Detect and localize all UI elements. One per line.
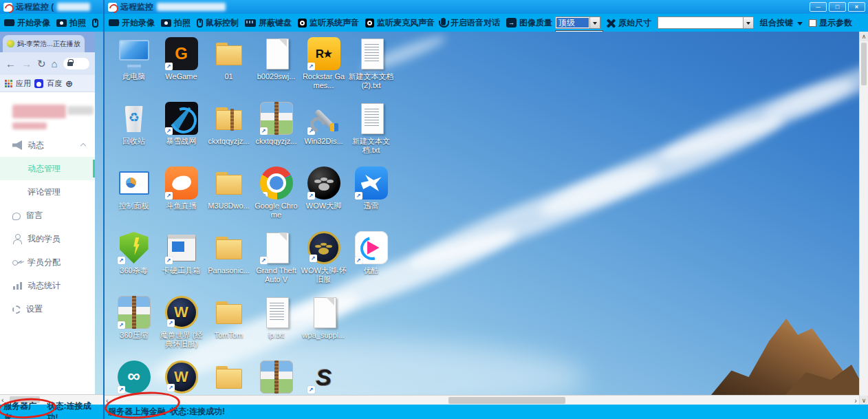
desktop-icon-ip-txt[interactable]: ip.txt — [252, 293, 300, 358]
listen-mic-audio-button[interactable]: 监听麦克风声音 — [365, 17, 435, 29]
bookmark-apps[interactable]: 应用 — [16, 78, 31, 89]
vertical-scrollbar[interactable]: ∧ ∨ — [859, 32, 868, 405]
speaker-square-icon — [298, 19, 307, 28]
reload-button[interactable]: ↻ — [37, 58, 46, 70]
desktop-icon-wegame[interactable]: WeGame — [158, 34, 205, 99]
start-recording-button[interactable]: 开始录像 — [109, 17, 155, 29]
right-titlebar[interactable]: 远程监控 ─ □ × — [105, 0, 868, 14]
home-button[interactable]: ⌂ — [52, 58, 58, 69]
camcorder-icon — [109, 19, 119, 26]
menu-item-dongtai[interactable]: 动态 — [0, 133, 95, 157]
start-recording-button[interactable]: 开始录像 — [4, 17, 50, 29]
remote-viewer-window-shanghai: 远程监控 ─ □ × 开始录像 拍照 鼠标控制 屏蔽键盘 监听系统声音 监听麦克… — [105, 0, 868, 419]
microphone-icon — [441, 18, 446, 25]
rar-archive-icon — [118, 296, 151, 329]
zipper — [230, 109, 234, 131]
keyboard-icon — [245, 19, 256, 27]
bookmark-baidu[interactable]: 百度 — [47, 78, 62, 89]
image-quality-group: 图像质量 顶级 顶级 超清 高清 标清 — [506, 17, 600, 29]
shortcut-arrow-icon — [260, 127, 268, 135]
combo-keys-button[interactable]: 组合按键 — [760, 17, 803, 29]
scroll-up-arrow[interactable]: ∧ — [860, 32, 868, 41]
remote-viewer-window-guangdong: 远程监控 ( 开始录像 拍照 妈-李荣浩...正在播放 ← → ↻ ⌂ — [0, 0, 105, 419]
snapshot-button[interactable]: 拍照 — [56, 17, 86, 29]
listen-system-audio-button[interactable]: 监听系统声音 — [298, 17, 359, 29]
desktop-icon-ckxtqqyzjz-rar[interactable]: ckxtqqyzjz... — [252, 99, 300, 164]
browser-tab-strip: 妈-李荣浩...正在播放 — [0, 32, 95, 52]
connection-state: 状态:连接成功! — [170, 406, 225, 418]
original-size-button[interactable]: 原始尺寸 — [607, 17, 651, 29]
desktop-icon-360zip[interactable]: 360压缩 — [110, 293, 158, 358]
desktop-icon-new-text[interactable]: 新建文本文档.txt — [347, 99, 395, 164]
maximize-button[interactable]: □ — [829, 2, 846, 12]
block-keyboard-button[interactable]: 屏蔽键盘 — [245, 17, 292, 29]
desktop-icon-control-panel[interactable]: 控制面板 — [110, 164, 158, 228]
desktop-icon-rockstar[interactable]: Rockstar Games... — [300, 34, 347, 99]
address-bar[interactable] — [63, 58, 89, 69]
desktop-icon-recycle-bin[interactable]: 回收站 — [110, 99, 158, 164]
desktop-icon-xunlei[interactable]: 迅雷 — [347, 164, 395, 228]
rockstar-icon — [307, 37, 340, 70]
horizontal-scroll-thumb[interactable] — [448, 397, 565, 404]
desktop-icon-douyu[interactable]: 斗鱼直播 — [158, 164, 205, 228]
desktop-icon-win32-dis[interactable]: win32 dis... — [205, 358, 252, 395]
desktop-icon-b0029swj[interactable]: b0029swj... — [252, 34, 300, 99]
remote-desktop-view[interactable]: 此电脑 WeGame 01 b0029swj... Rockstar Games… — [105, 32, 868, 395]
resolution-select[interactable] — [658, 17, 754, 29]
minimize-button[interactable]: ─ — [810, 2, 827, 12]
app-logo-icon — [108, 3, 117, 12]
wow-icon — [165, 296, 198, 329]
desktop-icon-chrome[interactable]: Google Chrome — [252, 164, 300, 228]
desktop-icon-youku[interactable]: 优酷 — [347, 228, 395, 293]
desktop-icon-battlenet[interactable]: 暴雪战网 — [158, 99, 205, 164]
shortcut-arrow-icon — [118, 321, 125, 329]
voice-chat-button[interactable]: 开启语音对话 — [441, 17, 500, 29]
desktop-icon-new-text-2[interactable]: 新建文本文档 (2).txt — [347, 34, 395, 99]
desktop-icon-wow-classic[interactable]: 魔兽世界 (经典怀旧服) — [158, 293, 205, 358]
menu-item-xueyuan-fenpei[interactable]: 学员分配 — [0, 250, 95, 274]
desktop-icon-ipscan221[interactable]: ipscan221... — [252, 358, 300, 395]
back-button[interactable]: ← — [6, 58, 16, 69]
scroll-right-arrow[interactable]: › — [854, 396, 857, 405]
horizontal-scrollbar[interactable]: ‹ › — [105, 395, 859, 405]
desktop-icon-360-antivirus[interactable]: 360杀毒 — [110, 228, 158, 293]
menu-item-shezhi[interactable]: 设置 — [0, 297, 95, 321]
wow-icon — [165, 361, 198, 394]
menu-item-liuyan[interactable]: 留言 — [0, 204, 95, 227]
left-titlebar[interactable]: 远程监控 ( — [0, 0, 103, 14]
forward-button[interactable]: → — [21, 58, 32, 69]
desktop-icon-wow-dajiao[interactable]: WOW大脚 — [300, 164, 347, 228]
desktop-icon-toolbox[interactable]: 卡硬工具箱 — [158, 228, 205, 293]
dropdown-arrow-button[interactable] — [589, 17, 600, 28]
desktop-icon-win32dis[interactable]: Win32Dis... — [300, 99, 347, 164]
snapshot-button[interactable]: 拍照 — [161, 17, 191, 29]
desktop-icon-folder-01[interactable]: 01 — [205, 34, 252, 99]
desktop-icon-this-pc[interactable]: 此电脑 — [110, 34, 158, 99]
desktop-icon-panasonic[interactable]: Panasonic... — [205, 228, 252, 293]
scroll-down-arrow[interactable]: ∨ — [860, 396, 868, 405]
menu-item-pinglun-guanli[interactable]: 评论管理 — [0, 180, 95, 204]
desktop-icon-tomtom[interactable]: TomTom — [205, 293, 252, 358]
close-button[interactable]: × — [848, 2, 865, 12]
shortcut-arrow-icon — [307, 127, 315, 135]
menu-item-wodexueyuan[interactable]: 我的学员 — [0, 227, 95, 250]
desktop-icon-dragon[interactable]: 聚合八尕 — [300, 358, 347, 395]
desktop-icon-m3u8d[interactable]: M3U8Dwo... — [205, 164, 252, 228]
desktop-icon-wow[interactable]: 魔兽世界 — [158, 358, 205, 395]
browser-tab[interactable]: 妈-李荣浩...正在播放 — [3, 35, 85, 52]
desktop-icon-ckxtqqyzjz-folder[interactable]: ckxtqqyzjz... — [205, 99, 252, 164]
menu-item-dongtai-guanli[interactable]: 动态管理 — [0, 157, 95, 180]
vertical-scroll-thumb[interactable] — [861, 43, 867, 85]
desktop-icon-arduino[interactable]: Arduino — [110, 358, 158, 395]
gta-document-icon — [260, 231, 293, 264]
desktop-icon-wow-dajiao-classic[interactable]: WOW大脚-怀旧服 — [300, 228, 347, 293]
desktop-icon-gtav[interactable]: Grand Theft Auto V — [252, 228, 300, 293]
mouse-control-button[interactable]: 鼠标控制 — [197, 17, 239, 29]
dropdown-arrow-button[interactable] — [743, 17, 753, 28]
show-params-checkbox[interactable] — [809, 19, 816, 27]
globe-icon[interactable]: ⊕ — [65, 79, 73, 88]
desktop-icon-wpa-suppl[interactable]: wpa_suppl... — [300, 293, 347, 358]
menu-item-dongtai-tongji[interactable]: 动态统计 — [0, 274, 95, 297]
image-quality-select[interactable]: 顶级 顶级 超清 高清 标清 — [555, 17, 600, 29]
camera-icon — [56, 19, 67, 27]
